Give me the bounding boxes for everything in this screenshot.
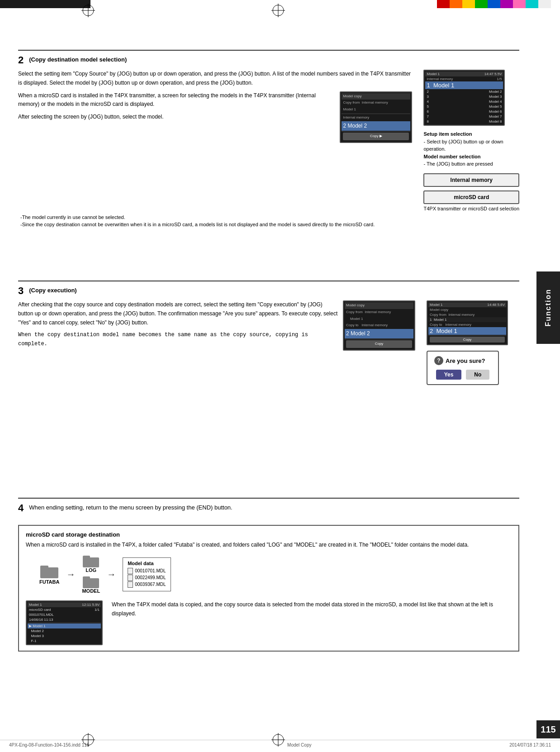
reg-mark-top-center — [271, 4, 285, 17]
step4-number: 4 — [18, 502, 24, 514]
swatch-yellow — [462, 0, 475, 8]
reg-mark-bottom-center — [271, 733, 285, 747]
model-data-box: Model data 00010701.MDL 00022499.MDL 000… — [123, 557, 171, 591]
swatch-pink — [513, 0, 526, 8]
step2-screen-mockup1: Model copy Copy from Internal memory Mod… — [340, 91, 412, 143]
sd-screen: Model 1 12:11 5.9V microSD card 1/1 0001… — [26, 600, 103, 645]
step2-para1: Select the setting item "Copy Source" by… — [18, 70, 412, 88]
folder-log-model-group: LOG MODEL — [82, 555, 100, 594]
top-bar-black — [0, 0, 90, 8]
memory-caption: T4PX transmitter or microSD card selecti… — [423, 206, 519, 211]
internal-memory-btn[interactable]: Internal memory — [423, 173, 519, 187]
file-icon-1 — [128, 568, 133, 574]
main-content: 2 (Copy destination model selection) Sel… — [14, 23, 524, 734]
step3-title: (Copy execution) — [29, 285, 76, 294]
page-number: 115 — [541, 724, 555, 735]
step4-text: When ending setting, return to the menu … — [29, 502, 232, 511]
folder-model: MODEL — [82, 576, 100, 594]
folder-diagram: FUTABA → LOG MODEL — [39, 555, 498, 594]
step3-screen1-copy: Copy — [346, 340, 412, 348]
step2-notes: -The model currently in use cannot be se… — [18, 214, 519, 228]
step3-screen2: Model 1 14:48 5.6V Model copy Copy from … — [427, 300, 508, 345]
step3-screen-mockup1: Model copy Copy from Internal memory Mod… — [343, 300, 415, 351]
step2-note1: -The model currently in use cannot be se… — [20, 214, 519, 221]
swatch-green — [475, 0, 488, 8]
confirm-dialog: ? Are you sure? Yes No — [427, 351, 499, 385]
microsd-btn[interactable]: microSD card — [423, 190, 519, 204]
file-icon-3 — [128, 581, 133, 588]
svg-rect-7 — [40, 566, 48, 569]
function-tab: Function — [536, 271, 560, 344]
setup-text: Setup item selection - Select by (JOG) b… — [423, 130, 518, 168]
svg-rect-9 — [83, 556, 90, 559]
sd-description: When the T4PX model data is copied, and … — [112, 600, 512, 645]
step2-header: 2 (Copy destination model selection) — [18, 50, 519, 66]
step3-text-col: Model copy Copy from Internal memory Mod… — [18, 300, 420, 385]
setup-title1: Setup item selection — [423, 131, 472, 137]
infobox-title: microSD card storage destination — [26, 531, 512, 538]
step2-right-col: Model 1 14:47 5.5V Internal memory 1/5 1… — [417, 70, 519, 211]
confirm-no-btn[interactable]: No — [466, 370, 489, 380]
model-file-2: 00022499.MDL — [128, 575, 166, 581]
setup-text1: - Select by (JOG) button up or down oper… — [423, 139, 503, 152]
file-icon-2 — [128, 575, 133, 581]
swatch-blue — [488, 0, 500, 8]
footer-left: 4PX-Eng-08-Function-104-156.indd 115 — [9, 742, 89, 747]
model-data-title: Model data — [128, 561, 166, 566]
step2-section: 2 (Copy destination model selection) Sel… — [18, 50, 519, 231]
confirm-question-text: Are you sure? — [446, 357, 485, 364]
step3-body: Model copy Copy from Internal memory Mod… — [18, 300, 519, 385]
step4-section: 4 When ending setting, return to the men… — [18, 498, 519, 514]
step2-title: (Copy destination model selection) — [29, 54, 127, 63]
step2-number: 2 — [18, 54, 24, 66]
setup-title2: Model number selection — [423, 154, 480, 159]
confirm-yes-btn[interactable]: Yes — [436, 370, 462, 380]
folder-futaba-label: FUTABA — [39, 579, 59, 585]
step3-right-col: Model 1 14:48 5.6V Model copy Copy from … — [420, 300, 519, 385]
swatch-red — [437, 0, 450, 8]
memory-selection-area: Internal memory microSD card T4PX transm… — [423, 173, 519, 211]
arrow2: → — [107, 569, 116, 580]
svg-rect-11 — [83, 576, 90, 580]
infobox: microSD card storage destination When a … — [18, 525, 519, 652]
footer-right: 2014/07/18 17:36:11 — [509, 742, 551, 747]
step3-screen2-copy: Copy — [430, 337, 505, 343]
swatch-orange — [450, 0, 462, 8]
step2-screen2: Model 1 14:47 5.5V Internal memory 1/5 1… — [423, 70, 505, 126]
step3-number: 3 — [18, 285, 24, 297]
confirm-buttons: Yes No — [434, 370, 491, 380]
screen1-copy-btn: Copy ▶ — [343, 133, 409, 140]
folder-model-label: MODEL — [82, 588, 100, 594]
infobox-text: When a microSD card is installed in the … — [26, 541, 512, 549]
step3-section: 3 (Copy execution) Model copy Copy from … — [18, 281, 519, 385]
model-file-3: 00039367.MDL — [128, 581, 166, 588]
reg-mark-bottom-left — [81, 733, 95, 747]
page-number-box: 115 — [536, 720, 560, 738]
folder-futaba: FUTABA — [39, 564, 59, 585]
setup-text2: - The (JOG) button are pressed — [423, 161, 493, 167]
step4-header: 4 When ending setting, return to the men… — [18, 498, 519, 514]
function-tab-label: Function — [544, 289, 552, 327]
arrow1: → — [66, 569, 75, 580]
step2-text-col: Select the setting item "Copy Source" by… — [18, 70, 417, 211]
top-bar-colors — [437, 0, 551, 8]
swatch-white — [538, 0, 551, 8]
swatch-purple — [500, 0, 513, 8]
folder-log: LOG — [82, 555, 100, 573]
footer-center: Model Copy — [287, 742, 311, 747]
swatch-cyan — [526, 0, 538, 8]
model-file-1: 00010701.MDL — [128, 568, 166, 574]
step3-screen1-inline: Model copy Copy from Internal memory Mod… — [343, 300, 415, 351]
step3-header: 3 (Copy execution) — [18, 281, 519, 297]
confirm-q-icon: ? — [434, 356, 443, 365]
screen1-header: Model copy — [342, 93, 410, 100]
info-lower: Model 1 12:11 5.9V microSD card 1/1 0001… — [26, 600, 512, 645]
step2-screen1-inline: Model copy Copy from Internal memory Mod… — [340, 91, 412, 143]
folder-log-label: LOG — [85, 567, 96, 573]
reg-mark-top-left — [81, 4, 95, 17]
step2-note2: -Since the copy destination cannot be ov… — [20, 221, 519, 228]
step2-body: Select the setting item "Copy Source" by… — [18, 70, 519, 211]
